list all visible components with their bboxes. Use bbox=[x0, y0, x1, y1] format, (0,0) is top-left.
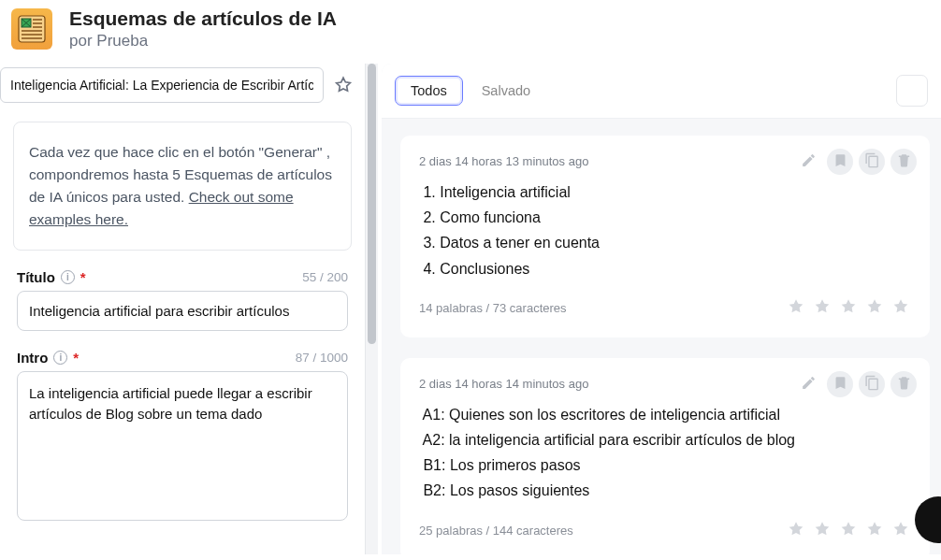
bookmark-button[interactable] bbox=[827, 149, 853, 175]
app-logo-icon bbox=[11, 8, 52, 50]
copy-button[interactable] bbox=[859, 149, 885, 175]
results-list[interactable]: 2 dias 14 horas 13 minutos ago 1. Inteli… bbox=[382, 119, 941, 554]
star-icon[interactable] bbox=[812, 296, 832, 321]
star-icon[interactable] bbox=[864, 296, 885, 321]
by-prefix: por bbox=[69, 32, 96, 50]
result-card: 2 dias 14 horas 13 minutos ago 1. Inteli… bbox=[400, 136, 930, 337]
scrollbar-track[interactable] bbox=[365, 64, 378, 554]
word-count: 14 palabras / 73 caracteres bbox=[419, 301, 567, 315]
title-input[interactable] bbox=[17, 291, 348, 331]
edit-icon bbox=[801, 375, 817, 394]
intro-counter: 87 / 1000 bbox=[296, 351, 348, 365]
scrollbar-thumb[interactable] bbox=[368, 64, 376, 344]
star-icon[interactable] bbox=[812, 519, 832, 543]
bookmark-button[interactable] bbox=[827, 371, 853, 397]
star-icon[interactable] bbox=[838, 519, 859, 543]
delete-button[interactable] bbox=[890, 371, 917, 397]
info-icon[interactable]: i bbox=[61, 270, 75, 284]
page-subtitle: por Prueba bbox=[69, 32, 337, 50]
rating-stars[interactable] bbox=[786, 296, 911, 321]
tab-all[interactable]: Todos bbox=[395, 76, 463, 106]
rating-stars[interactable] bbox=[786, 519, 911, 543]
star-outline-icon bbox=[333, 75, 354, 95]
intro-textarea[interactable] bbox=[17, 371, 348, 521]
results-panel: Todos Salvado 2 dias 14 horas 13 minutos… bbox=[382, 64, 941, 554]
edit-button[interactable] bbox=[795, 371, 821, 397]
page-title: Esquemas de artículos de IA bbox=[69, 7, 337, 30]
info-box: Cada vez que hace clic en el botón "Gene… bbox=[13, 122, 352, 251]
extra-button[interactable] bbox=[896, 75, 928, 107]
intro-field-group: Intro i * 87 / 1000 bbox=[17, 350, 348, 524]
result-card: 2 dias 14 horas 14 minutos ago A1: Quien… bbox=[400, 358, 930, 554]
star-icon[interactable] bbox=[838, 296, 859, 321]
card-content: A1: Quienes son los escritores de inteli… bbox=[419, 402, 911, 504]
bookmark-icon bbox=[832, 375, 848, 394]
info-icon[interactable]: i bbox=[53, 351, 67, 365]
star-icon[interactable] bbox=[864, 519, 885, 543]
app-header: Esquemas de artículos de IA por Prueba bbox=[0, 0, 941, 64]
copy-icon bbox=[864, 375, 880, 394]
trash-icon bbox=[896, 152, 912, 171]
copy-button[interactable] bbox=[859, 371, 885, 397]
delete-button[interactable] bbox=[890, 149, 917, 175]
edit-button[interactable] bbox=[795, 149, 821, 175]
headline-input[interactable] bbox=[0, 67, 324, 103]
intro-label: Intro i * bbox=[17, 350, 79, 366]
title-label: Título i * bbox=[17, 269, 86, 285]
edit-icon bbox=[801, 152, 817, 171]
title-counter: 55 / 200 bbox=[302, 270, 348, 284]
copy-icon bbox=[864, 152, 880, 171]
input-panel: Cada vez que hace clic en el botón "Gene… bbox=[0, 64, 378, 554]
word-count: 25 palabras / 144 caracteres bbox=[419, 524, 573, 538]
card-content: 1. Inteligencia artificial 2. Como funci… bbox=[419, 179, 911, 281]
title-field-group: Título i * 55 / 200 bbox=[17, 269, 348, 331]
trash-icon bbox=[896, 375, 912, 394]
star-icon[interactable] bbox=[890, 519, 911, 543]
star-icon[interactable] bbox=[786, 519, 806, 543]
favorite-button[interactable] bbox=[329, 71, 357, 99]
star-icon[interactable] bbox=[890, 296, 911, 321]
tabs-row: Todos Salvado bbox=[382, 64, 941, 119]
star-icon[interactable] bbox=[786, 296, 806, 321]
bookmark-icon bbox=[832, 152, 848, 171]
tab-saved[interactable]: Salvado bbox=[467, 77, 545, 105]
author-name: Prueba bbox=[96, 32, 148, 50]
